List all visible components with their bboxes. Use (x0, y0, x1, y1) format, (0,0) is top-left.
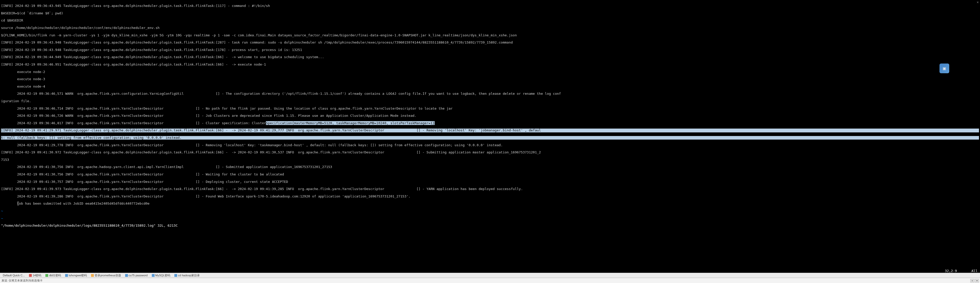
watermark-icon: ▣ (940, 63, 949, 73)
quick-btn-cu75[interactable]: cu75 password (123, 273, 150, 278)
log-line: [INFO] 2024-02-19 09:36:43.948 TaskLogLo… (1, 48, 979, 52)
log-line: execute node-2 (1, 70, 979, 74)
log-line: 2024-02-19 09:41:30,757 INFO org.apache.… (1, 180, 979, 183)
log-line: 7153 (1, 158, 979, 161)
log-line: [INFO] 2024-02-19 09:36:43.945 TaskLogLo… (1, 4, 979, 8)
log-line: 2024-02-19 09:41:29,778 INFO org.apache.… (1, 144, 979, 147)
terminal-viewport[interactable]: [INFO] 2024-02-19 09:36:43.945 TaskLogLo… (0, 0, 980, 273)
close-icon[interactable]: × (976, 0, 980, 4)
log-line: ${FLINK_HOME}/bin/flink run -m yarn-clus… (1, 33, 979, 37)
log-line: 2024-02-19 09:41:30,756 INFO org.apache.… (1, 172, 979, 176)
log-line: cd $BASEDIR (1, 19, 979, 22)
log-line: [INFO] 2024-02-19 09:36:43.948 TaskLogLo… (1, 41, 979, 44)
square-icon (45, 274, 48, 277)
sendbar-btn-a[interactable]: ≡ (970, 279, 974, 283)
vim-tilde: ~ (1, 209, 979, 213)
sendbar-btn-b[interactable]: ▾ (975, 279, 979, 283)
log-line: Job has been submitted with JobID eea641… (1, 202, 979, 206)
log-line: 2024-02-19 09:41:30,756 INFO org.apache.… (1, 165, 979, 169)
log-line: 2024-02-19 09:36:46,817 INFO org.apache.… (1, 122, 979, 125)
log-line: 2024-02-19 09:36:46,726 WARN org.apache.… (1, 114, 979, 117)
quick-btn-luhongwei[interactable]: luhongwei密码 (63, 273, 89, 278)
square-icon (65, 274, 68, 277)
square-icon (91, 274, 94, 277)
square-icon (152, 274, 154, 277)
quick-btn-14pwd[interactable]: 14密码 (27, 273, 43, 278)
log-line: [INFO] 2024-02-19 09:36:44.949 TaskLogLo… (1, 55, 979, 59)
square-icon (29, 274, 32, 277)
log-line: iguration file. (1, 100, 979, 103)
vim-scroll-indicator: All (972, 269, 977, 273)
vim-tilde: ~ (1, 217, 979, 220)
selected-text: Specification{masterMemoryMB=5120, taskM… (266, 121, 434, 125)
log-line: source /home/dolphinscheduler/dolphinsch… (1, 26, 979, 30)
square-icon (174, 274, 177, 277)
log-line: 2024-02-19 09:36:46,571 WARN org.apache.… (1, 92, 979, 95)
log-line: BASEDIR=$(cd `dirname $0`; pwd) (1, 11, 979, 15)
vim-status-line: "/home/dolphinscheduler/dolphinscheduler… (1, 224, 979, 228)
quick-btn-mysql[interactable]: MySQL密码 (150, 273, 172, 278)
send-mode-label[interactable]: 发送: 仅将文本发送到当前选项卡 (2, 279, 43, 283)
log-line-selected: [INFO] 2024-02-19 09:41:29.971 TaskLogLo… (1, 128, 979, 132)
log-line: execute node-3 (1, 77, 979, 81)
quick-btn-db01pwd[interactable]: db01密码 (44, 273, 62, 278)
log-line-selected: t: null (fallback keys: []) setting from… (1, 136, 979, 139)
log-line: 2024-02-19 09:36:46,714 INFO org.apache.… (1, 107, 979, 111)
log-line: [INFO] 2024-02-19 09:41:39.973 TaskLogLo… (1, 187, 979, 191)
log-line: execute node-4 (1, 85, 979, 89)
vim-cursor-position: 32,2-9 (945, 269, 957, 273)
quick-btn-hadoop[interactable]: cd hadoop家目录 (173, 273, 201, 278)
quick-btn-default[interactable]: Default Quick C... (1, 273, 27, 278)
send-bar: 发送: 仅将文本发送到当前选项卡 ≡ ▾ (0, 278, 980, 283)
log-line: [INFO] 2024-02-19 09:41:30.972 TaskLogLo… (1, 150, 979, 154)
quick-command-toolbar: × Default Quick C... 14密码 db01密码 luhongw… (0, 273, 980, 278)
log-line: [INFO] 2024-02-19 09:36:46.951 TaskLogLo… (1, 63, 979, 66)
quick-btn-prometheus[interactable]: 登录prometheus容器 (89, 273, 123, 278)
log-line: 2024-02-19 09:41:39,286 INFO org.apache.… (1, 194, 979, 198)
square-icon (125, 274, 128, 277)
